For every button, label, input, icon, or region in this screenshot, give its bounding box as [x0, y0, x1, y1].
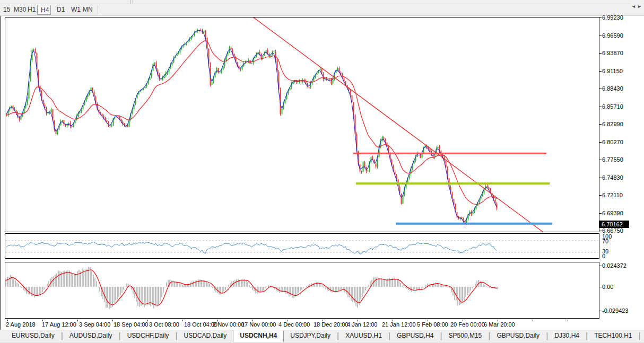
date-label: 2 Aug 2018: [6, 321, 36, 328]
macd-axis-tick: [599, 311, 602, 311]
date-label: 3 Oct 08:00: [149, 321, 179, 328]
price-axis-label: 6.82990: [602, 121, 623, 127]
chart-tab-sp500-m15[interactable]: SP500,M15: [442, 330, 489, 342]
chart-tab-usdcnh-h4[interactable]: USDCNH,H4: [233, 330, 284, 342]
date-label: 2 Nov 00:00: [213, 321, 244, 328]
price-axis-label: 6.88430: [602, 85, 623, 92]
price-axis-label: 6.85710: [602, 103, 623, 110]
current-price-tag: 6.70162: [599, 221, 629, 228]
chart-tab-gbpusd-h4[interactable]: GBPUSD,H4: [390, 330, 440, 342]
tab-scroll-right-icon[interactable]: ▸: [638, 3, 641, 9]
date-axis-tick: [182, 320, 183, 321]
rsi-axis-label: 70: [602, 238, 608, 244]
date-label: 18 Sep 04:00: [114, 321, 148, 328]
timeframe-button-mn[interactable]: MN: [80, 5, 94, 15]
rsi-panel[interactable]: [5, 233, 599, 259]
price-axis-tick: [599, 213, 602, 214]
date-label: 5 Feb 08:00: [417, 321, 448, 328]
toolbar-grip-strip: [0, 0, 644, 4]
date-axis-tick: [112, 320, 113, 321]
date-axis[interactable]: 2 Aug 201817 Aug 12:003 Sep 04:0018 Sep …: [5, 320, 641, 329]
timeframe-button-h4[interactable]: H4: [37, 5, 51, 15]
macd-axis-label: 0.024372: [602, 262, 626, 269]
date-label: 4 Jan 12:00: [347, 321, 378, 328]
rsi-canvas[interactable]: [5, 234, 599, 258]
toolbar-separator: [98, 5, 98, 14]
date-axis-tick: [77, 320, 78, 321]
chart-tab-usdcad-daily[interactable]: USDCAD,Daily: [178, 330, 233, 342]
price-axis-tick: [599, 124, 602, 125]
chart-tab-dj30-h4[interactable]: DJ30,H4: [548, 330, 586, 342]
date-axis-tick: [533, 320, 533, 321]
date-label: 6 Mar 20:00: [484, 321, 515, 328]
macd-axis-tick: [599, 287, 602, 287]
timeframe-button-m30[interactable]: M30: [11, 5, 24, 15]
price-axis-tick: [599, 142, 602, 143]
date-label: 20 Feb 00:00: [450, 321, 485, 328]
chart-tab-ukc[interactable]: UKC: [641, 330, 644, 342]
chart-window: ▼USDCNH,H4 6.70135 6.70423 6.69923 6.701…: [0, 16, 644, 330]
price-chart-panel[interactable]: [5, 17, 599, 232]
date-label: 21 Jan 12:00: [382, 321, 416, 328]
price-axis-tick: [599, 160, 602, 160]
chart-tab-usdjpy-daily[interactable]: USDJPY,Daily: [284, 330, 337, 342]
price-axis-tick: [599, 231, 602, 231]
timeframe-button-15[interactable]: 15: [0, 5, 11, 15]
chart-tab-usdchf-daily[interactable]: USDCHF,Daily: [121, 330, 176, 342]
timeframe-button-h1[interactable]: H1: [24, 5, 36, 15]
price-axis-tick: [599, 71, 602, 72]
macd-canvas[interactable]: [5, 262, 599, 318]
chart-tab-gbpusd-daily[interactable]: GBPUSD,Daily: [490, 330, 546, 342]
date-label: 17 Aug 12:00: [42, 321, 76, 328]
macd-panel[interactable]: [5, 262, 599, 319]
date-axis-tick: [568, 320, 568, 321]
price-axis-label: 6.93870: [602, 50, 623, 56]
chart-tab-bar: EURUSD,Daily|AUDUSD,Daily|USDCHF,Daily|U…: [0, 330, 644, 342]
toolbar-separator: [130, 0, 131, 4]
date-label: 3 Sep 04:00: [79, 321, 110, 328]
chart-tab-xauusd-h1[interactable]: XAUUSD,H1: [339, 330, 388, 342]
timeframe-button-w1[interactable]: W1: [68, 5, 81, 15]
price-axis-tick: [599, 178, 602, 178]
price-axis-label: 6.69390: [602, 210, 623, 216]
chart-tab-eurusd-daily[interactable]: EURUSD,Daily: [5, 330, 61, 342]
price-axis-tick: [599, 53, 602, 54]
mt4-window: 15M30H1H4D1W1MN ▼USDCNH,H4 6.70135 6.704…: [0, 0, 644, 343]
price-axis-tick: [599, 89, 602, 89]
tab-scroll-left-icon[interactable]: ◂: [632, 3, 635, 9]
chart-tab-audusd-daily[interactable]: AUDUSD,Daily: [63, 330, 119, 342]
tab-scroll-buttons: ◂ ▸: [630, 0, 643, 12]
price-axis-tick: [599, 36, 602, 36]
price-chart-canvas[interactable]: [5, 17, 599, 232]
price-axis-label: 6.99230: [602, 14, 623, 21]
price-axis-label: 6.74830: [602, 174, 623, 181]
macd-axis-tick: [599, 266, 602, 266]
timeframe-toolbar: 15M30H1H4D1W1MN: [0, 4, 644, 16]
rsi-axis-label: 0: [602, 253, 605, 259]
date-label: 17 Nov 00:00: [241, 321, 276, 328]
macd-axis-label: 0.00: [602, 284, 613, 290]
price-axis-tick: [599, 107, 602, 107]
price-axis-label: 6.72110: [602, 192, 623, 198]
price-axis-label: 6.96590: [602, 32, 623, 39]
date-label: 4 Dec 00:00: [279, 321, 310, 328]
date-label: 18 Dec 20:00: [314, 321, 348, 328]
macd-axis-label: -0.029423: [602, 307, 629, 314]
toolbar-separator: [133, 0, 133, 4]
price-axis-label: 6.91150: [602, 68, 623, 74]
price-axis-tick: [599, 195, 602, 196]
price-axis-tick: [599, 17, 602, 18]
price-axis-label: 6.77550: [602, 156, 623, 163]
timeframe-button-d1[interactable]: D1: [54, 5, 66, 15]
price-axis-label: 6.80270: [602, 139, 623, 145]
chart-tab-tech100-h1[interactable]: TECH100,H1: [588, 330, 638, 342]
